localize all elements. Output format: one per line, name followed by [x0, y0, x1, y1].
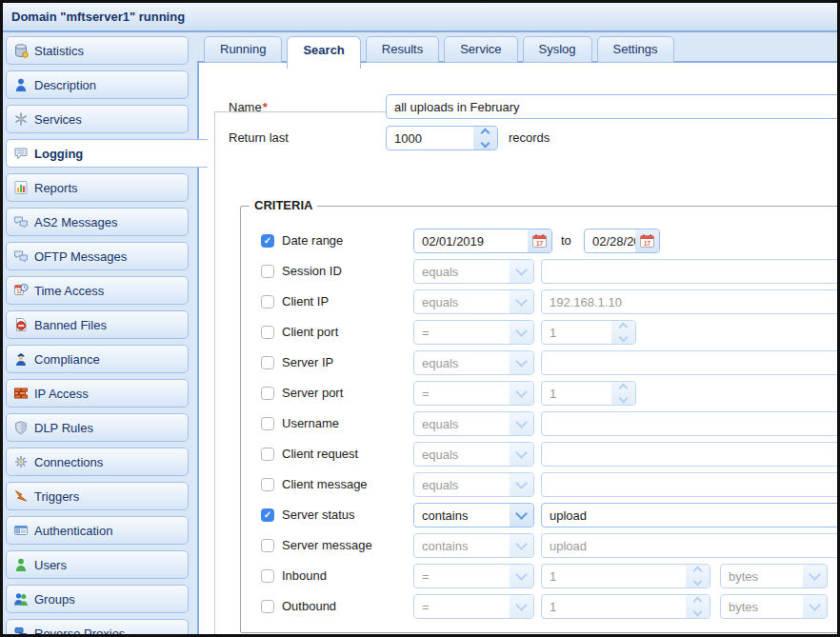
spinner-up-icon[interactable] — [481, 129, 490, 138]
users-icon — [13, 557, 29, 572]
sidebar-item-oftp-messages[interactable]: OFTP Messages — [6, 242, 189, 270]
operator-select[interactable]: equals — [413, 442, 534, 467]
spinner-up-icon[interactable] — [693, 597, 703, 607]
chevron-down-icon[interactable] — [803, 595, 827, 618]
row-checkbox[interactable] — [261, 569, 274, 583]
chevron-down-icon[interactable] — [510, 351, 533, 374]
tab-results[interactable]: Results — [366, 36, 439, 63]
row-checkbox[interactable] — [261, 448, 274, 461]
unit-select[interactable]: bytes — [720, 594, 828, 619]
chevron-down-icon[interactable] — [510, 443, 533, 466]
chevron-down-icon[interactable] — [510, 412, 533, 435]
sidebar-item-authentication[interactable]: Authentication — [6, 516, 189, 545]
operator-select[interactable]: = — [413, 320, 534, 345]
number-spinner[interactable]: 1 — [541, 594, 710, 619]
unit-select[interactable]: bytes — [720, 564, 828, 588]
chevron-down-icon[interactable] — [510, 382, 533, 405]
calendar-icon[interactable]: 17 — [635, 229, 659, 252]
spinner-up-icon[interactable] — [693, 567, 703, 576]
sidebar-item-dlp-rules[interactable]: DLP Rules — [6, 413, 189, 442]
sidebar-item-logging[interactable]: Logging — [6, 139, 208, 168]
chevron-down-icon[interactable] — [510, 504, 533, 527]
operator-select[interactable]: equals — [413, 411, 534, 436]
row-checkbox[interactable] — [261, 326, 274, 339]
spinner-buttons[interactable] — [611, 321, 635, 344]
spinner-down-icon[interactable] — [693, 607, 703, 617]
spinner-buttons[interactable] — [611, 382, 635, 405]
sidebar-item-services[interactable]: Services — [6, 105, 189, 133]
spinner-down-icon[interactable] — [693, 577, 703, 587]
spinner-buttons[interactable] — [686, 595, 710, 618]
row-checkbox[interactable]: ✓ — [261, 234, 274, 248]
row-checkbox[interactable] — [261, 387, 274, 400]
value-input[interactable] — [541, 442, 840, 467]
spinner-down-icon[interactable] — [619, 333, 629, 343]
spinner-buttons[interactable] — [686, 565, 710, 587]
chevron-down-icon[interactable] — [510, 321, 533, 344]
tab-running[interactable]: Running — [204, 36, 282, 63]
sidebar-item-groups[interactable]: Groups — [6, 585, 189, 613]
spinner-up-icon[interactable] — [619, 384, 629, 393]
row-checkbox[interactable] — [261, 356, 274, 369]
spinner-down-icon[interactable] — [619, 394, 629, 404]
value-input[interactable]: 192.168.1.10 — [541, 289, 840, 314]
sidebar-item-compliance[interactable]: Compliance — [6, 345, 189, 373]
operator-select[interactable]: contains — [413, 503, 534, 528]
sidebar-item-description[interactable]: Description — [6, 70, 189, 99]
sidebar-item-triggers[interactable]: Triggers — [6, 482, 189, 510]
row-checkbox[interactable] — [261, 417, 274, 430]
sidebar-item-reports[interactable]: Reports — [6, 173, 189, 202]
return-last-spinner[interactable]: 1000 — [386, 126, 498, 150]
tab-search[interactable]: Search — [287, 36, 360, 69]
control-value: = — [414, 600, 510, 614]
operator-select[interactable]: equals — [413, 350, 534, 375]
row-checkbox[interactable] — [261, 600, 274, 613]
date-from-input[interactable]: 02/01/201917 — [413, 229, 552, 253]
value-input[interactable] — [541, 411, 840, 436]
value-input[interactable]: upload — [541, 503, 840, 528]
chevron-down-icon[interactable] — [803, 565, 827, 587]
operator-select[interactable]: equals — [413, 472, 534, 497]
operator-select[interactable]: contains — [413, 533, 534, 558]
name-input[interactable]: all uploads in February — [386, 94, 840, 119]
sidebar-item-banned-files[interactable]: Banned Files — [6, 310, 189, 339]
row-checkbox[interactable]: ✓ — [261, 508, 274, 522]
number-spinner[interactable]: 1 — [541, 381, 636, 406]
sidebar-item-reverse-proxies[interactable]: Reverse Proxies — [6, 619, 189, 637]
date-to-input[interactable]: 02/28/201917 — [584, 229, 660, 253]
sidebar-item-connections[interactable]: Connections — [6, 448, 189, 476]
number-spinner[interactable]: 1 — [541, 564, 710, 588]
tab-syslog[interactable]: Syslog — [523, 36, 592, 63]
operator-select[interactable]: = — [413, 381, 534, 406]
chevron-down-icon[interactable] — [510, 595, 533, 618]
value-input[interactable]: upload — [541, 533, 840, 558]
row-checkbox[interactable] — [261, 539, 274, 552]
operator-select[interactable]: = — [413, 594, 534, 619]
sidebar-item-ip-access[interactable]: IP Access — [6, 379, 189, 408]
calendar-icon[interactable]: 17 — [528, 229, 551, 252]
sidebar-item-as2-messages[interactable]: AS2 Messages — [6, 208, 189, 236]
value-input[interactable] — [541, 259, 840, 284]
spinner-buttons[interactable] — [473, 127, 497, 149]
chevron-down-icon[interactable] — [510, 290, 533, 313]
chevron-down-icon[interactable] — [510, 534, 533, 557]
tab-settings[interactable]: Settings — [597, 36, 674, 63]
chevron-down-icon[interactable] — [510, 565, 533, 587]
sidebar-item-time-access[interactable]: 12Time Access — [6, 276, 189, 305]
sidebar-item-users[interactable]: Users — [6, 550, 189, 579]
row-checkbox[interactable] — [261, 295, 274, 309]
tab-service[interactable]: Service — [444, 36, 517, 63]
spinner-up-icon[interactable] — [619, 323, 629, 332]
chevron-down-icon[interactable] — [510, 260, 533, 283]
row-checkbox[interactable] — [261, 265, 274, 278]
operator-select[interactable]: equals — [413, 289, 534, 314]
operator-select[interactable]: equals — [413, 259, 534, 284]
value-input[interactable] — [541, 472, 840, 497]
spinner-down-icon[interactable] — [481, 139, 490, 149]
chevron-down-icon[interactable] — [510, 473, 533, 496]
value-input[interactable] — [541, 350, 840, 375]
operator-select[interactable]: = — [413, 564, 534, 588]
number-spinner[interactable]: 1 — [541, 320, 636, 345]
sidebar-item-statistics[interactable]: Statistics — [6, 36, 189, 65]
row-checkbox[interactable] — [261, 478, 274, 491]
